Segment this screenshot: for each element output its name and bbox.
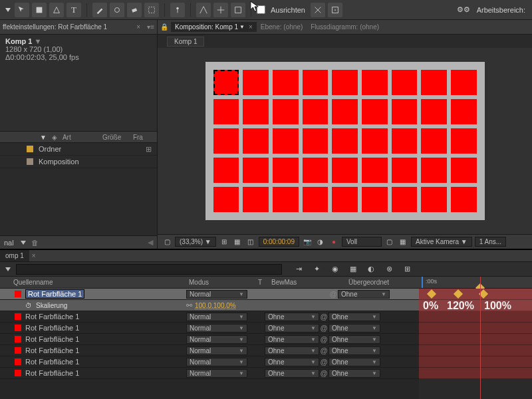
layer-track[interactable] bbox=[419, 311, 532, 323]
twirl-icon[interactable]: ▼ bbox=[37, 134, 49, 141]
grid-cell[interactable] bbox=[392, 99, 418, 124]
pickwhip-icon[interactable]: @ bbox=[319, 313, 329, 321]
resolution-dropdown[interactable]: Voll bbox=[342, 237, 382, 247]
grid-cell[interactable] bbox=[362, 187, 388, 212]
project-item-folder[interactable]: Ordner ⊞ bbox=[0, 143, 157, 156]
grid-icon[interactable]: ◫ bbox=[245, 237, 256, 247]
layer-track[interactable] bbox=[419, 356, 532, 368]
pickwhip-icon[interactable]: @ bbox=[319, 324, 329, 332]
effect-panel-tab[interactable]: ffekteinstellungen: Rot Farbfläche 1 × ▾… bbox=[0, 20, 157, 35]
panel-menu-icon[interactable]: ▾≡ bbox=[144, 23, 157, 31]
blend-mode-dropdown[interactable]: Normal▼ bbox=[186, 324, 247, 332]
pickwhip-icon[interactable]: @ bbox=[319, 358, 329, 366]
grid-cell[interactable] bbox=[213, 158, 239, 183]
grid-cell[interactable] bbox=[213, 128, 239, 154]
text-tool-icon[interactable]: T bbox=[66, 3, 81, 17]
layer-row[interactable]: Rot Farbfläche 1 Normal▼ Ohne▼ @ Ohne▼ bbox=[0, 345, 419, 356]
grid-cell[interactable] bbox=[421, 70, 447, 95]
axis-world-icon[interactable] bbox=[213, 3, 228, 17]
zoom-dropdown[interactable]: (33,3%) ▼ bbox=[175, 237, 216, 247]
grid-cell[interactable] bbox=[332, 70, 358, 95]
breadcrumb-comp[interactable]: Komp 1 bbox=[167, 37, 204, 47]
snap-edge-icon[interactable] bbox=[328, 3, 342, 17]
layer-track[interactable] bbox=[419, 323, 532, 334]
graph-editor-icon[interactable]: ◐ bbox=[365, 264, 378, 275]
grid-cell[interactable] bbox=[451, 158, 477, 183]
time-ruler[interactable]: :00s bbox=[419, 277, 532, 289]
timeline-dropdown-icon[interactable] bbox=[5, 267, 11, 271]
tab-flowchart[interactable]: Flussdiagramm: (ohne) bbox=[307, 22, 383, 32]
grid-cell[interactable] bbox=[362, 99, 388, 124]
safezone-icon[interactable]: ▦ bbox=[232, 237, 243, 247]
trackmatte-dropdown[interactable]: Ohne▼ bbox=[265, 313, 319, 321]
search-icon[interactable]: ⚙⚙ bbox=[457, 5, 470, 14]
roto-tool-icon[interactable] bbox=[144, 3, 159, 17]
layer-name[interactable]: Rot Farbfläche 1 bbox=[25, 324, 79, 332]
grid-cell[interactable] bbox=[451, 187, 477, 212]
layer-track[interactable] bbox=[419, 334, 532, 345]
grid-cell[interactable] bbox=[303, 158, 329, 183]
layer-name[interactable]: Rot Farbfläche 1 bbox=[25, 346, 79, 354]
blend-mode-dropdown[interactable]: Normal▼ bbox=[186, 290, 247, 299]
camera-dropdown[interactable]: Aktive Kamera ▼ bbox=[411, 237, 472, 247]
blend-mode-dropdown[interactable]: Normal▼ bbox=[186, 335, 247, 344]
blend-mode-dropdown[interactable]: Normal▼ bbox=[186, 346, 247, 355]
pickwhip-icon[interactable]: @ bbox=[319, 346, 329, 354]
stopwatch-icon[interactable]: ⏱ bbox=[25, 302, 32, 309]
grid-cell[interactable] bbox=[332, 187, 358, 212]
grid-cell[interactable] bbox=[421, 128, 447, 154]
pin-tool-icon[interactable] bbox=[170, 3, 185, 17]
grid-cell[interactable] bbox=[243, 128, 269, 154]
parent-dropdown[interactable]: Ohne▼ bbox=[338, 290, 390, 299]
scroll-left-icon[interactable]: ◀ bbox=[148, 238, 153, 247]
snap-icon[interactable] bbox=[311, 3, 325, 17]
grid-cell[interactable] bbox=[332, 158, 358, 183]
layer-track[interactable] bbox=[419, 345, 532, 356]
work-area-start[interactable] bbox=[422, 277, 423, 288]
roi-icon[interactable]: ▢ bbox=[384, 237, 395, 247]
layer-name[interactable]: Rot Farbfläche 1 bbox=[25, 335, 79, 343]
app-menu-dropdown-icon[interactable] bbox=[5, 8, 11, 12]
keyframe-icon[interactable] bbox=[454, 289, 463, 299]
channel-icon[interactable]: ◑ bbox=[315, 237, 326, 247]
transparency-icon[interactable]: ▦ bbox=[398, 237, 408, 247]
grid-cell[interactable] bbox=[273, 187, 299, 212]
grid-cell[interactable] bbox=[303, 187, 329, 212]
frame-blend-icon[interactable]: ✦ bbox=[311, 264, 323, 275]
parent-dropdown[interactable]: Ohne▼ bbox=[329, 358, 380, 366]
parent-dropdown[interactable]: Ohne▼ bbox=[329, 335, 380, 344]
motion-blur-icon[interactable]: ◉ bbox=[329, 264, 341, 275]
layer-name[interactable]: Rot Farbfläche 1 bbox=[25, 358, 79, 366]
timeline-tab-close-icon[interactable]: × bbox=[29, 252, 39, 259]
tab-close-icon[interactable]: × bbox=[249, 23, 253, 31]
grid-cell[interactable] bbox=[243, 187, 269, 212]
grid-cell[interactable] bbox=[362, 158, 388, 183]
lock-icon[interactable]: 🔒 bbox=[158, 23, 171, 31]
trackmatte-dropdown[interactable]: Ohne▼ bbox=[265, 369, 319, 378]
grid-cell[interactable] bbox=[243, 70, 269, 95]
keyframe-icon[interactable] bbox=[427, 289, 436, 299]
grid-cell[interactable] bbox=[213, 187, 239, 212]
grid-cell[interactable] bbox=[451, 128, 477, 154]
layer-row[interactable]: Rot Farbfläche 1 Normal▼ @ Ohne▼ bbox=[0, 289, 419, 300]
trackmatte-dropdown[interactable]: Ohne▼ bbox=[265, 335, 319, 344]
property-track[interactable]: 0% 120% 100% bbox=[419, 300, 532, 311]
trackmatte-dropdown[interactable]: Ohne▼ bbox=[265, 346, 319, 355]
color-icon[interactable]: ● bbox=[329, 237, 339, 247]
clone-tool-icon[interactable] bbox=[110, 3, 124, 17]
grid-cell[interactable] bbox=[392, 70, 418, 95]
blend-mode-dropdown[interactable]: Normal▼ bbox=[186, 369, 247, 378]
blend-mode-dropdown[interactable]: Normal▼ bbox=[186, 313, 247, 321]
layer-row[interactable]: Rot Farbfläche 1 Normal▼ Ohne▼ @ Ohne▼ bbox=[0, 323, 419, 334]
grid-cell-selected[interactable] bbox=[213, 70, 239, 95]
grid-cell[interactable] bbox=[243, 99, 269, 124]
layer-track[interactable] bbox=[419, 289, 532, 300]
tab-composition[interactable]: Komposition: Komp 1 ▼ × bbox=[171, 22, 257, 32]
trackmatte-dropdown[interactable]: Ohne▼ bbox=[265, 324, 319, 332]
grid-cell[interactable] bbox=[273, 70, 299, 95]
layer-row[interactable]: Rot Farbfläche 1 Normal▼ Ohne▼ @ Ohne▼ bbox=[0, 368, 419, 379]
always-preview-icon[interactable]: ▢ bbox=[162, 237, 172, 247]
parent-dropdown[interactable]: Ohne▼ bbox=[329, 313, 380, 321]
grid-cell[interactable] bbox=[303, 99, 329, 124]
grid-cell[interactable] bbox=[332, 99, 358, 124]
